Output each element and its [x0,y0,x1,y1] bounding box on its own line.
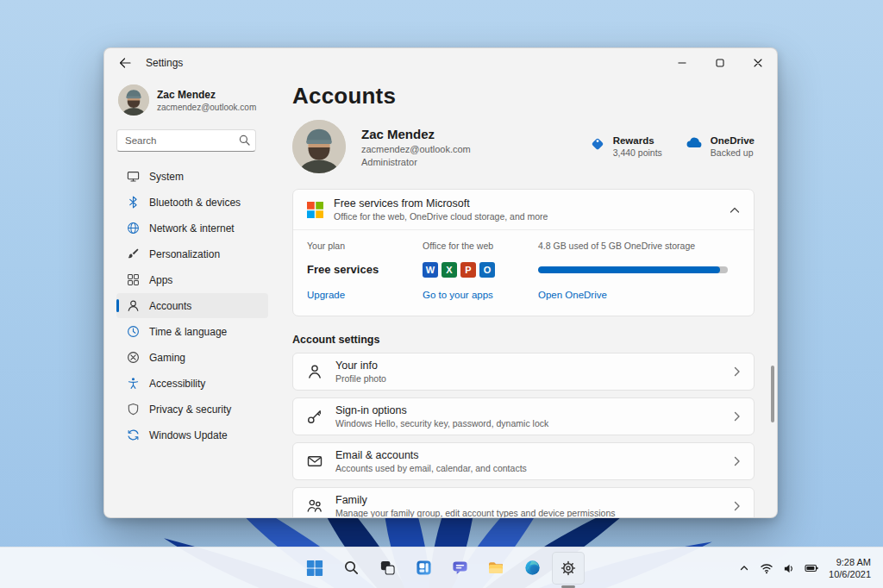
sidebar-item-apps[interactable]: Apps [116,267,268,292]
desktop: Settings [0,0,883,588]
search-input[interactable] [116,129,256,152]
office-icons: W X P O [423,260,538,278]
tray-overflow-button[interactable] [734,555,755,581]
onedrive-progress-fill [538,266,720,273]
sidebar-user-name: Zac Mendez [157,89,256,101]
onedrive-badge[interactable]: OneDrive Backed up [685,135,755,158]
sidebar-item-windows-update[interactable]: Windows Update [116,422,268,447]
row-subtitle: Profile photo [335,373,386,384]
sidebar-item-label: Network & internet [149,222,235,235]
close-button[interactable] [739,48,777,78]
row-subtitle: Accounts used by email, calendar, and co… [335,463,527,473]
widgets-icon [416,560,432,576]
storage-column: 4.8 GB used of 5 GB OneDrive storage Ope… [538,241,740,302]
chevron-right-icon [734,501,741,511]
sidebar-item-label: Accessibility [149,378,205,390]
sidebar-item-bluetooth[interactable]: Bluetooth & devices [116,190,268,215]
sidebar-user-email: zacmendez@outlook.com [157,103,256,112]
settings-taskbar-button[interactable] [552,552,585,585]
taskbar-search-button[interactable] [335,552,367,585]
user-avatar [118,84,149,116]
upgrade-link[interactable]: Upgrade [307,290,345,300]
onedrive-status: Backed up [711,147,755,158]
minimize-button[interactable] [663,48,701,78]
family-row[interactable]: Family Manage your family group, edit ac… [292,487,755,518]
free-services-subtitle: Office for the web, OneDrive cloud stora… [334,211,548,222]
back-arrow-icon [119,57,131,69]
word-icon: W [423,262,438,278]
chevron-up-icon [739,563,749,573]
free-services-header[interactable]: Free services from Microsoft Office for … [293,190,754,229]
taskbar-clock[interactable]: 9:28 AM 10/6/2021 [824,556,880,581]
excel-icon: X [442,262,457,278]
gaming-icon [127,351,140,364]
sidebar-item-label: Apps [149,274,172,286]
collapse-card-button[interactable] [730,202,740,217]
sidebar-item-accounts[interactable]: Accounts [116,293,268,318]
taskbar: 9:28 AM 10/6/2021 [0,547,883,588]
personalization-icon [127,247,140,260]
sidebar-item-personalization[interactable]: Personalization [116,241,268,266]
start-button[interactable] [298,552,331,585]
network-icon [127,222,140,235]
sidebar-user-card[interactable]: Zac Mendez zacmendez@outlook.com [116,79,268,121]
back-button[interactable] [113,52,137,74]
row-subtitle: Manage your family group, edit account t… [335,508,616,518]
chevron-right-icon [734,411,741,422]
free-services-body: Your plan Free services Upgrade Office f… [293,230,754,316]
window-title: Settings [146,57,183,69]
window-scrollbar[interactable] [771,366,774,422]
clock-time: 9:28 AM [829,556,871,568]
sidebar-item-label: Personalization [149,248,220,260]
titlebar: Settings [104,48,777,78]
sidebar-item-system[interactable]: System [116,164,268,189]
chevron-right-icon [734,456,741,466]
sidebar-item-accessibility[interactable]: Accessibility [116,371,268,396]
row-title: Email & accounts [335,449,527,461]
sidebar-item-privacy[interactable]: Privacy & security [116,397,268,422]
sidebar-item-label: System [149,171,184,183]
office-label: Office for the web [423,241,538,251]
storage-label: 4.8 GB used of 5 GB OneDrive storage [538,241,740,251]
profile-avatar [292,120,346,173]
office-column: Office for the web W X P O Go to your ap… [423,241,538,302]
battery-icon [805,561,819,575]
volume-indicator[interactable] [779,555,799,581]
plan-label: Your plan [307,241,423,251]
key-icon [306,408,323,425]
open-onedrive-link[interactable]: Open OneDrive [538,290,607,300]
sign-in-options-row[interactable]: Sign-in options Windows Hello, security … [292,397,755,435]
maximize-button[interactable] [701,48,739,78]
search-icon [239,134,250,146]
apps-icon [127,273,140,286]
privacy-icon [127,403,140,416]
accounts-icon [127,299,140,312]
account-settings-heading: Account settings [292,334,755,346]
settings-window: Settings [103,47,778,518]
your-info-row[interactable]: Your info Profile photo [292,353,755,391]
row-title: Your info [335,360,386,372]
row-title: Family [335,494,616,506]
chat-button[interactable] [443,552,476,585]
go-to-apps-link[interactable]: Go to your apps [423,290,493,300]
battery-indicator[interactable] [801,555,822,581]
profile-email: zacmendez@outlook.com [361,144,471,154]
family-text: Family Manage your family group, edit ac… [335,494,616,518]
account-badges: Rewards 3,440 points OneDrive Backed up [589,135,755,158]
edge-button[interactable] [516,552,548,585]
sidebar-item-time-language[interactable]: Time & language [116,319,268,344]
bluetooth-icon [127,196,140,209]
rewards-badge[interactable]: Rewards 3,440 points [589,135,662,158]
window-controls [663,48,777,78]
email-accounts-row[interactable]: Email & accounts Accounts used by email,… [292,442,755,480]
maximize-icon [714,57,726,69]
microsoft-logo-icon [307,202,323,218]
sidebar-item-gaming[interactable]: Gaming [116,345,268,370]
sidebar-item-network[interactable]: Network & internet [116,216,268,241]
widgets-button[interactable] [407,552,440,585]
task-view-button[interactable] [371,552,404,585]
wifi-indicator[interactable] [756,555,777,581]
sidebar-item-label: Windows Update [149,429,228,441]
gear-icon [560,560,577,577]
file-explorer-button[interactable] [479,552,512,585]
